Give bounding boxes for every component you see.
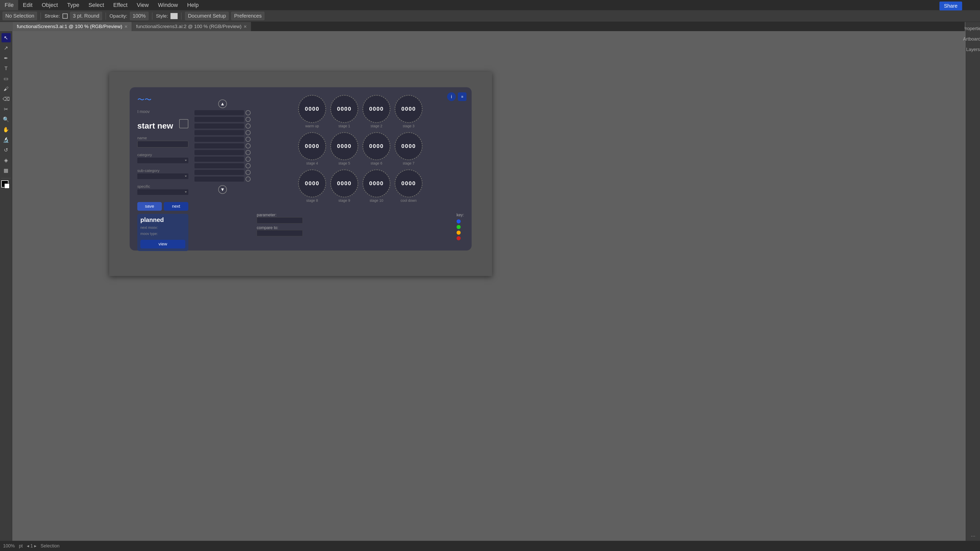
dial-stage-2-circle[interactable]: 0000 <box>363 95 390 123</box>
preferences-button[interactable]: Preferences <box>231 12 264 20</box>
stroke-color[interactable] <box>4 183 10 189</box>
slider-track-7[interactable] <box>194 150 244 155</box>
zoom-level[interactable]: 100% <box>3 543 15 549</box>
dial-stage-6-label: stage 6 <box>371 161 382 165</box>
slider-dot-6[interactable] <box>245 143 251 148</box>
square-icon[interactable] <box>179 119 188 128</box>
slider-dot-2[interactable] <box>245 117 251 122</box>
parameter-label: parameter: <box>257 213 280 218</box>
menu-effect[interactable]: Effect <box>109 0 132 10</box>
category-input[interactable] <box>137 158 188 163</box>
dial-stage-9-circle[interactable]: 0000 <box>330 169 358 197</box>
slider-up-button[interactable]: ▲ <box>218 100 227 108</box>
menu-help[interactable]: Help <box>183 0 203 10</box>
menu-view[interactable]: View <box>132 0 153 10</box>
tab-1-close[interactable]: ✕ <box>124 24 127 29</box>
params-key-row: parameter: compare to: key: <box>257 213 464 240</box>
slider-track-10[interactable] <box>194 170 244 175</box>
selection-mode: Selection <box>41 543 59 549</box>
eraser-tool[interactable]: ⌫ <box>2 94 11 103</box>
brush-tool[interactable]: 🖌 <box>2 84 11 94</box>
dial-stage-4-circle[interactable]: 0000 <box>298 132 326 160</box>
dial-stage-9-label: stage 9 <box>339 198 350 203</box>
menu-object[interactable]: Object <box>37 0 62 10</box>
more-options-icon[interactable]: ⋯ <box>970 531 977 541</box>
dial-cool-down-value: 0000 <box>401 180 416 187</box>
slider-dot-8[interactable] <box>245 157 251 162</box>
save-button[interactable]: save <box>137 202 162 211</box>
eyedropper-tool[interactable]: 🔬 <box>2 135 11 144</box>
info-button[interactable]: i <box>447 92 456 101</box>
select-tool[interactable]: ↖ <box>2 33 11 42</box>
dial-stage-8-circle[interactable]: 0000 <box>298 169 326 197</box>
moov-logo: 〜〜 <box>137 95 188 104</box>
rotate-tool[interactable]: ↺ <box>2 145 11 155</box>
slider-track-3[interactable] <box>194 124 244 129</box>
slider-track-4[interactable] <box>194 130 244 135</box>
pen-tool[interactable]: ✒ <box>2 54 11 63</box>
tab-2-close[interactable]: ✕ <box>243 24 247 29</box>
slider-dot-7[interactable] <box>245 150 251 155</box>
sub-category-input[interactable] <box>137 173 188 179</box>
slider-dot-10[interactable] <box>245 170 251 175</box>
dial-cool-down-circle[interactable]: 0000 <box>395 169 423 197</box>
dial-stage-2-label: stage 2 <box>371 124 382 128</box>
zoom-tool[interactable]: 🔍 <box>2 115 11 124</box>
slider-dot-9[interactable] <box>245 163 251 168</box>
slider-dot-11[interactable] <box>245 176 251 182</box>
type-tool[interactable]: T <box>2 64 11 73</box>
slider-dot-1[interactable] <box>245 110 251 115</box>
menu-select[interactable]: Select <box>84 0 109 10</box>
slider-track-1[interactable] <box>194 110 244 115</box>
menu-type[interactable]: Type <box>62 0 84 10</box>
name-input[interactable] <box>137 141 188 148</box>
slider-dot-5[interactable] <box>245 137 251 142</box>
dial-stage-1-circle[interactable]: 0000 <box>330 95 358 123</box>
compare-to-input[interactable] <box>257 230 303 236</box>
menu-window[interactable]: Window <box>153 0 183 10</box>
slider-down-button[interactable]: ▼ <box>218 185 227 194</box>
dial-stage-6-circle[interactable]: 0000 <box>363 132 390 160</box>
slider-track-5[interactable] <box>194 137 244 142</box>
specific-input[interactable] <box>137 189 188 195</box>
unit-selector[interactable]: pt <box>19 543 23 549</box>
tab-1[interactable]: functionalScreens3.ai:1 @ 100 % (RGB/Pre… <box>13 22 132 31</box>
slider-track-11[interactable] <box>194 176 244 182</box>
view-button[interactable]: view <box>140 240 185 248</box>
dials-row-1: 0000 warm up 0000 stage 1 0000 <box>257 95 464 128</box>
dial-stage-7-circle[interactable]: 0000 <box>395 132 423 160</box>
dial-stage-5-circle[interactable]: 0000 <box>330 132 358 160</box>
slider-track-2[interactable] <box>194 117 244 122</box>
direct-select-tool[interactable]: ↗ <box>2 43 11 52</box>
tab-2[interactable]: functionalScreens3.ai:2 @ 100 % (RGB/Pre… <box>132 22 251 31</box>
dial-stage-5: 0000 stage 5 <box>330 132 358 165</box>
style-swatch[interactable] <box>170 13 178 19</box>
document-setup-button[interactable]: Document Setup <box>185 12 229 20</box>
slider-dot-4[interactable] <box>245 130 251 135</box>
dial-warm-up-circle[interactable]: 0000 <box>298 95 326 123</box>
gradient-tool[interactable]: ▦ <box>2 166 11 175</box>
blend-tool[interactable]: ◈ <box>2 156 11 165</box>
slider-dot-3[interactable] <box>245 124 251 129</box>
layers-tab[interactable]: Layers <box>965 45 980 54</box>
artboards-tab[interactable]: Artboards <box>962 35 980 44</box>
shape-tool[interactable]: ▭ <box>2 74 11 83</box>
opacity-value[interactable]: 100% <box>130 12 148 20</box>
stroke-color-swatch[interactable] <box>62 14 68 19</box>
menu-file[interactable]: File <box>0 0 18 10</box>
menu-button[interactable]: ≡ <box>458 92 466 101</box>
slider-track-8[interactable] <box>194 157 244 162</box>
dial-stage-10-circle[interactable]: 0000 <box>363 169 390 197</box>
stroke-value[interactable]: 3 pt. Round <box>70 12 102 20</box>
hand-tool[interactable]: ✋ <box>2 125 11 134</box>
slider-track-6[interactable] <box>194 143 244 148</box>
dial-stage-3-circle[interactable]: 0000 <box>395 95 423 123</box>
parameter-input[interactable] <box>257 218 303 224</box>
dial-stage-10-value: 0000 <box>369 180 384 187</box>
fill-color[interactable] <box>1 180 8 187</box>
scissors-tool[interactable]: ✂ <box>2 105 11 114</box>
slider-track-9[interactable] <box>194 163 244 168</box>
next-button[interactable]: next <box>164 202 188 211</box>
share-button[interactable]: Share <box>939 2 962 11</box>
menu-edit[interactable]: Edit <box>18 0 37 10</box>
